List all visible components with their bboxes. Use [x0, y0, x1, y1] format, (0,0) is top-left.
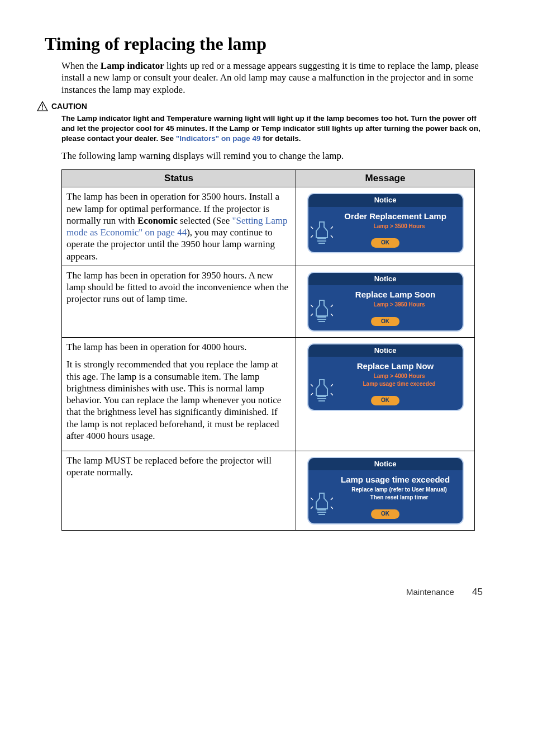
message-cell: Notice Order Replacement Lamp Lamp > 350… — [296, 187, 475, 266]
status-cell: The lamp MUST be replaced before the pro… — [62, 451, 296, 531]
osd-title: Notice — [308, 194, 463, 206]
osd-title: Notice — [308, 344, 463, 357]
message-cell: Notice Lamp usage time exceeded Replace … — [296, 451, 475, 531]
table-row: The lamp has been in operation for 4000 … — [62, 338, 475, 451]
footer-section: Maintenance — [406, 587, 454, 597]
osd-title: Notice — [308, 273, 463, 285]
page-footer: Maintenance 45 — [45, 587, 488, 598]
lamp-icon — [311, 376, 333, 405]
intro-paragraph: When the Lamp indicator lights up red or… — [61, 60, 488, 96]
osd-main: Lamp usage time exceeded — [308, 470, 463, 486]
svg-point-1 — [42, 108, 43, 110]
caution-heading: CAUTION — [37, 101, 488, 111]
osd-ok-button[interactable]: OK — [371, 238, 399, 248]
r2-p1: The lamp has been in operation for 4000 … — [66, 341, 291, 353]
osd-notice: Notice Order Replacement Lamp Lamp > 350… — [307, 193, 464, 253]
lamp-warning-table: Status Message The lamp has been in oper… — [61, 169, 475, 531]
intro-pre: When the — [61, 60, 101, 71]
status-cell: The lamp has been in operation for 3500 … — [62, 187, 296, 266]
message-cell: Notice Replace Lamp Soon Lamp > 3950 Hou… — [296, 266, 475, 337]
warning-triangle-icon — [37, 101, 48, 111]
status-cell: The lamp has been in operation for 3950 … — [62, 266, 296, 337]
intro-bold: Lamp indicator — [101, 60, 164, 71]
caution-body-post: for details. — [260, 134, 301, 143]
col-header-status: Status — [62, 170, 296, 187]
r0-p1-mid: selected (See — [178, 215, 232, 226]
caution-body-link[interactable]: "Indicators" on page 49 — [176, 134, 261, 143]
osd-ok-button[interactable]: OK — [371, 509, 399, 519]
osd-ok-button[interactable]: OK — [371, 396, 399, 405]
table-row: The lamp has been in operation for 3500 … — [62, 187, 475, 266]
osd-title: Notice — [308, 458, 463, 470]
lamp-icon — [311, 219, 333, 248]
message-cell: Notice Replace Lamp Now Lamp > 4000 Hour… — [296, 338, 475, 451]
lead-paragraph: The following lamp warning displays will… — [61, 150, 488, 162]
osd-notice: Notice Lamp usage time exceeded Replace … — [307, 457, 464, 525]
table-row: The lamp MUST be replaced before the pro… — [62, 451, 475, 531]
osd-ok-button[interactable]: OK — [371, 317, 399, 327]
r2-p2: It is strongly recommended that you repl… — [66, 358, 291, 442]
osd-main: Replace Lamp Now — [308, 357, 463, 372]
osd-notice: Notice Replace Lamp Now Lamp > 4000 Hour… — [307, 343, 464, 411]
caution-label: CAUTION — [51, 102, 87, 111]
footer-page-number: 45 — [472, 587, 483, 597]
table-row: The lamp has been in operation for 3950 … — [62, 266, 475, 337]
page-title: Timing of replacing the lamp — [45, 34, 488, 54]
lamp-icon — [311, 297, 333, 326]
col-header-message: Message — [296, 170, 475, 187]
status-cell: The lamp has been in operation for 4000 … — [62, 338, 296, 451]
osd-notice: Notice Replace Lamp Soon Lamp > 3950 Hou… — [307, 272, 464, 332]
lamp-icon — [311, 490, 333, 519]
caution-body: The Lamp indicator light and Temperature… — [61, 114, 488, 144]
r0-p1-bold: Economic — [137, 215, 178, 226]
